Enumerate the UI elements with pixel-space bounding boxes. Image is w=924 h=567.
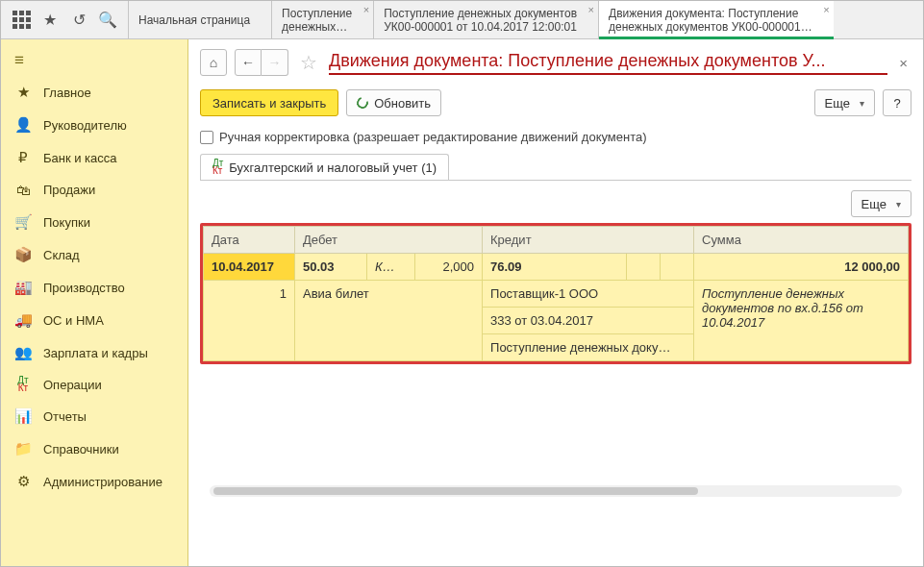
dtkt-icon: ДтКт (212, 160, 223, 175)
dtkt-icon: ДтКт (14, 377, 32, 392)
cell-credit-2: 333 от 03.04.2017 (483, 308, 694, 334)
cell-credit-acct: 76.09 (483, 254, 627, 281)
nav-purchases[interactable]: 🛒Покупки (1, 206, 187, 238)
top-tabs-bar: ★ ↺ 🔍 Начальная страница Поступление ден… (1, 1, 923, 39)
tab-sublabel: денежных документов УК00-000001… (609, 20, 812, 34)
nav-manager[interactable]: 👤Руководителю (1, 109, 187, 141)
cell-debit-acct: 50.03 (295, 254, 367, 281)
button-label: Еще (862, 197, 887, 211)
tab-label: Поступление (282, 7, 352, 20)
tab-home[interactable]: Начальная страница (128, 1, 271, 38)
chevron-down-icon: ▾ (896, 199, 901, 210)
person-icon: 👤 (14, 116, 32, 134)
nav-admin[interactable]: ⚙Администрирование (1, 465, 187, 498)
col-date[interactable]: Дата (204, 227, 295, 254)
close-icon[interactable]: × (895, 55, 912, 71)
nav-label: Продажи (43, 183, 95, 197)
box-icon: 📦 (14, 246, 32, 263)
h-scrollbar[interactable] (210, 485, 902, 497)
cell-sum-text: Поступление денежных документов по вх.д.… (694, 281, 909, 361)
tab-receipt-doc[interactable]: Поступление денежных документов УК00-000… (373, 1, 598, 38)
nav-main[interactable]: ★Главное (1, 76, 187, 109)
refresh-button[interactable]: Обновить (346, 89, 441, 116)
tab-sublabel: денежных… (282, 20, 352, 34)
nav-label: Банк и касса (43, 151, 117, 165)
manual-edit-checkbox[interactable] (200, 131, 213, 144)
history-icon[interactable]: ↺ (64, 6, 93, 35)
nav-label: Руководителю (43, 118, 127, 133)
tab-accounting[interactable]: ДтКт Бухгалтерский и налоговый учет (1) (200, 154, 449, 180)
page-title: Движения документа: Поступление денежных… (329, 51, 887, 75)
tab-movements[interactable]: Движения документа: Поступление денежных… (598, 1, 834, 38)
favorite-icon[interactable]: ★ (36, 6, 64, 35)
nav-sidebar: ≡ ★Главное 👤Руководителю ₽Банк и касса 🛍… (1, 39, 188, 566)
nav-label: Зарплата и кадры (43, 346, 148, 360)
favorite-star-icon[interactable]: ☆ (296, 51, 321, 74)
star-icon: ★ (14, 84, 32, 101)
table-row[interactable]: 1 Авиа билет Поставщик-1 ООО Поступление… (204, 281, 909, 308)
search-icon[interactable]: 🔍 (93, 6, 122, 35)
cell-row-n: 1 (204, 281, 295, 361)
cell-debit-qty: 2,000 (415, 254, 483, 281)
more-button-2[interactable]: Еще▾ (851, 190, 912, 217)
ruble-icon: ₽ (14, 149, 32, 166)
close-icon[interactable]: × (363, 4, 369, 15)
nav-assets[interactable]: 🚚ОС и НМА (1, 304, 187, 336)
home-button[interactable]: ⌂ (200, 49, 227, 76)
nav-operations[interactable]: ДтКтОперации (1, 369, 187, 400)
nav-sales[interactable]: 🛍Продажи (1, 174, 187, 206)
bag-icon: 🛍 (14, 182, 32, 198)
close-icon[interactable]: × (823, 4, 829, 15)
cell-date: 10.04.2017 (204, 254, 295, 281)
table-header-row: Дата Дебет Кредит Сумма (204, 227, 909, 254)
page-header: ⌂ ← → ☆ Движения документа: Поступление … (200, 49, 912, 76)
cell-credit-1: Поставщик-1 ООО (483, 281, 694, 308)
apps-icon[interactable] (7, 6, 36, 35)
menu-icon[interactable]: ≡ (1, 45, 187, 76)
nav-reports[interactable]: 📊Отчеты (1, 400, 187, 432)
chart-icon: 📊 (14, 407, 32, 425)
back-button[interactable]: ← (235, 49, 262, 76)
folder-icon: 📁 (14, 440, 32, 457)
tab-label: Поступление денежных документов (384, 7, 577, 20)
cart-icon: 🛒 (14, 213, 32, 231)
main-panel: ⌂ ← → ☆ Движения документа: Поступление … (188, 39, 923, 566)
close-icon[interactable]: × (588, 4, 594, 15)
section-tabs: ДтКт Бухгалтерский и налоговый учет (1) (200, 154, 912, 181)
nav-label: Отчеты (43, 409, 87, 424)
gear-icon: ⚙ (14, 473, 32, 490)
nav-label: Склад (43, 248, 80, 262)
save-close-button[interactable]: Записать и закрыть (200, 89, 338, 116)
nav-payroll[interactable]: 👥Зарплата и кадры (1, 336, 187, 369)
nav-label: Покупки (43, 215, 90, 230)
movements-table: Дата Дебет Кредит Сумма 10.04.2017 50.03… (203, 226, 909, 361)
nav-bank[interactable]: ₽Банк и касса (1, 141, 187, 174)
truck-icon: 🚚 (14, 311, 32, 329)
cell-debit-text: Авиа билет (295, 281, 483, 361)
nav-label: ОС и НМА (43, 313, 104, 328)
tab-label: Движения документа: Поступление (609, 7, 812, 20)
forward-button[interactable]: → (262, 49, 288, 76)
more-button[interactable]: Еще▾ (814, 89, 875, 116)
tab-receipt[interactable]: Поступление денежных… × (271, 1, 373, 38)
nav-label: Администрирование (43, 475, 162, 489)
refresh-icon (355, 95, 370, 111)
factory-icon: 🏭 (14, 279, 32, 296)
movements-table-wrap: Дата Дебет Кредит Сумма 10.04.2017 50.03… (200, 223, 912, 364)
button-label: Обновить (374, 96, 431, 111)
button-label: Еще (825, 96, 850, 111)
nav-warehouse[interactable]: 📦Склад (1, 238, 187, 271)
nav-label: Главное (43, 86, 91, 100)
nav-catalogs[interactable]: 📁Справочники (1, 432, 187, 465)
nav-production[interactable]: 🏭Производство (1, 271, 187, 304)
col-sum[interactable]: Сумма (694, 227, 909, 254)
col-debit[interactable]: Дебет (295, 227, 483, 254)
tab-label: Начальная страница (138, 13, 250, 27)
cell-credit-3: Поступление денежных доку… (483, 334, 694, 361)
cell-sum: 12 000,00 (694, 254, 909, 281)
manual-edit-row: Ручная корректировка (разрешает редактир… (200, 130, 912, 144)
col-credit[interactable]: Кредит (483, 227, 694, 254)
window-tabs: Начальная страница Поступление денежных…… (128, 1, 923, 38)
help-button[interactable]: ? (883, 89, 912, 116)
table-row[interactable]: 10.04.2017 50.03 К… 2,000 76.09 12 000,0… (204, 254, 909, 281)
